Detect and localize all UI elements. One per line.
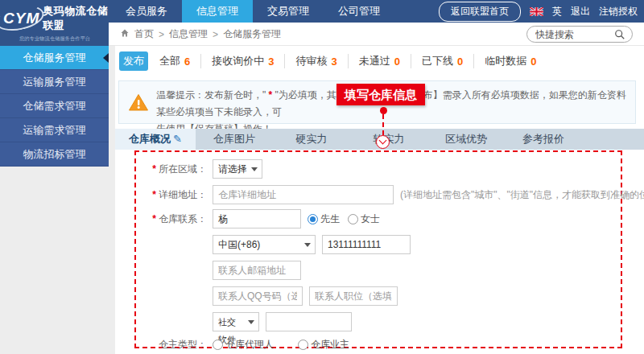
tab-warehouse-photos[interactable]: 仓库图片 bbox=[196, 129, 273, 150]
required-star: * bbox=[152, 163, 156, 175]
publish-button[interactable]: 发布 bbox=[119, 51, 148, 71]
annotation-target-marker bbox=[376, 135, 390, 149]
topbar-right: 返回联盟首页 英 退出 注销授权 bbox=[439, 0, 638, 23]
breadcrumb-separator: > bbox=[159, 29, 164, 40]
form-row-region: *所在区域： 请选择 bbox=[136, 159, 621, 179]
logo-name: 奥玛物流仓储联盟 bbox=[43, 4, 109, 33]
form-row-email bbox=[136, 261, 621, 280]
breadcrumb-home[interactable]: 首页 bbox=[134, 27, 154, 41]
address-label: 详细地址： bbox=[159, 189, 207, 200]
filter-count: 0 bbox=[530, 56, 536, 68]
form-row-social: 社交软件 bbox=[136, 312, 621, 331]
quick-search bbox=[526, 26, 633, 43]
filter-count: 3 bbox=[331, 56, 336, 68]
sidebar-item-warehouse-demand[interactable]: 仓储需求管理 bbox=[0, 94, 109, 118]
warning-icon bbox=[128, 93, 149, 114]
chevron-down-icon bbox=[248, 320, 254, 324]
contact-name-input[interactable] bbox=[213, 209, 301, 228]
gender-male-radio[interactable]: 先生 bbox=[308, 212, 340, 226]
form-row-contact: *仓库联系： 先生 女士 bbox=[136, 209, 621, 228]
form-row-address: *详细地址： (详细地址需包含"城市"、"街道"信息，才能获取到准确的位置坐标) bbox=[136, 185, 621, 204]
sidebar-item-transport-demand[interactable]: 运输需求管理 bbox=[0, 118, 109, 142]
tab-hard-strength[interactable]: 硬实力 bbox=[273, 129, 350, 150]
breadcrumb-separator: > bbox=[213, 29, 218, 40]
email-input[interactable] bbox=[213, 261, 301, 280]
address-hint: (详细地址需包含"城市"、"街道"信息，才能获取到准确的位置坐标) bbox=[400, 185, 644, 204]
search-icon[interactable] bbox=[614, 29, 625, 43]
breadcrumb-bar: 首页 > 信息管理 > 仓储服务管理 bbox=[109, 23, 644, 46]
status-filter-row: 全部6 接收询价中3 待审核3 未通过0 已下线0 临时数据0 bbox=[159, 51, 547, 71]
qq-input[interactable] bbox=[213, 286, 303, 306]
filter-count: 6 bbox=[184, 56, 190, 68]
breadcrumb-info-management[interactable]: 信息管理 bbox=[169, 27, 208, 41]
sidebar-item-logistics-bidding[interactable]: 物流招标管理 bbox=[0, 142, 109, 167]
uk-flag-icon bbox=[530, 7, 543, 16]
quick-search-input[interactable] bbox=[535, 27, 616, 41]
edit-pencil-icon: ✎ bbox=[173, 133, 182, 145]
top-nav: 会员服务 信息管理 交易管理 公司管理 bbox=[111, 0, 394, 23]
filter-count: 0 bbox=[394, 56, 400, 68]
filter-pending-review[interactable]: 待审核3 bbox=[284, 54, 347, 68]
social-account-input[interactable] bbox=[266, 312, 352, 331]
required-star: * bbox=[152, 213, 156, 224]
nav-member-services[interactable]: 会员服务 bbox=[111, 0, 182, 23]
form-row-qq-position bbox=[136, 286, 621, 306]
owner-proprietor-radio[interactable]: 仓库业主 bbox=[298, 338, 349, 352]
region-select[interactable]: 请选择 bbox=[213, 159, 262, 179]
annotation-callout: 填写仓库信息 bbox=[336, 84, 425, 105]
warehouse-info-form: *所在区域： 请选择 *详细地址： (详细地址需包含"城市"、"街道"信息，才能… bbox=[134, 150, 622, 348]
region-label: 所在区域： bbox=[159, 163, 207, 175]
filter-temp-data[interactable]: 临时数据0 bbox=[473, 54, 547, 68]
filter-all[interactable]: 全部6 bbox=[159, 54, 200, 68]
logo: CYM 奥玛物流仓储联盟 您的专业物流仓储服务合作平台 bbox=[0, 0, 109, 46]
sidebar: 仓储服务管理 运输服务管理 仓储需求管理 运输需求管理 物流招标管理 bbox=[0, 46, 109, 167]
owner-type-label: 仓主类型： bbox=[136, 335, 207, 354]
nav-trade-management[interactable]: 交易管理 bbox=[253, 0, 324, 23]
contact-label: 仓库联系： bbox=[159, 213, 207, 224]
filter-inquiring[interactable]: 接收询价中3 bbox=[200, 54, 284, 68]
logo-tagline: 您的专业物流仓储服务合作平台 bbox=[19, 35, 89, 42]
nav-info-management[interactable]: 信息管理 bbox=[182, 0, 253, 23]
filter-offline[interactable]: 已下线0 bbox=[411, 54, 473, 68]
chevron-down-icon bbox=[379, 137, 387, 145]
chevron-down-icon bbox=[251, 167, 258, 171]
sidebar-item-warehouse-service[interactable]: 仓储服务管理 bbox=[0, 46, 109, 70]
sidebar-item-transport-service[interactable]: 运输服务管理 bbox=[0, 70, 109, 94]
deauthorize-link[interactable]: 注销授权 bbox=[599, 5, 638, 19]
tab-warehouse-overview[interactable]: 仓库概况✎ bbox=[115, 129, 196, 150]
logout-link[interactable]: 退出 bbox=[571, 5, 590, 19]
gender-female-radio[interactable]: 女士 bbox=[348, 212, 380, 226]
nav-company-management[interactable]: 公司管理 bbox=[324, 0, 394, 23]
home-icon bbox=[120, 28, 130, 40]
form-row-owner-type: 仓主类型： 仓库代理人 仓库业主 bbox=[136, 335, 621, 354]
breadcrumb: 首页 > 信息管理 > 仓储服务管理 bbox=[120, 23, 281, 46]
phone-number-input[interactable] bbox=[322, 235, 411, 254]
tab-reference-price[interactable]: 参考报价 bbox=[505, 129, 582, 150]
chevron-down-icon bbox=[304, 243, 311, 247]
owner-agent-radio[interactable]: 仓库代理人 bbox=[213, 338, 274, 352]
breadcrumb-current: 仓储服务管理 bbox=[223, 27, 281, 41]
annotation-leader-line bbox=[382, 114, 384, 135]
social-app-select[interactable]: 社交软件 bbox=[213, 312, 259, 331]
back-to-portal-button[interactable]: 返回联盟首页 bbox=[439, 2, 521, 22]
annotation-dot bbox=[380, 107, 387, 114]
filter-count: 3 bbox=[268, 56, 274, 68]
position-input[interactable] bbox=[309, 286, 398, 306]
country-code-select[interactable]: 中国(+86) bbox=[213, 235, 316, 254]
tab-regional-advantage[interactable]: 区域优势 bbox=[427, 129, 505, 150]
language-toggle[interactable]: 英 bbox=[552, 5, 562, 19]
filter-count: 0 bbox=[457, 56, 463, 68]
logo-cym: CYM bbox=[0, 10, 43, 27]
form-row-phone: 中国(+86) bbox=[136, 235, 621, 254]
filter-rejected[interactable]: 未通过0 bbox=[348, 54, 411, 68]
address-input[interactable] bbox=[213, 185, 394, 204]
required-star: * bbox=[152, 189, 156, 200]
